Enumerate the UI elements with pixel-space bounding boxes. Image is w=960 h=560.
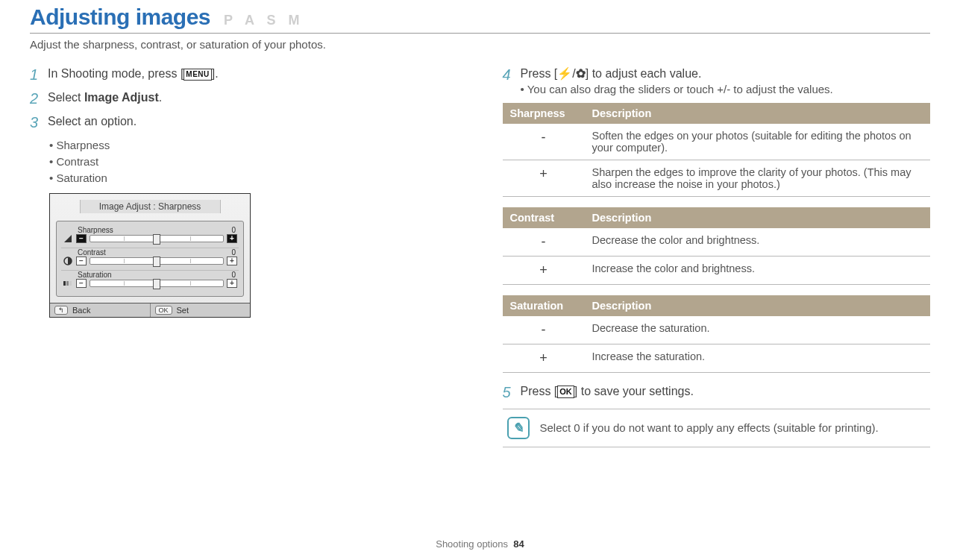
timer-icon: ✿ — [576, 67, 586, 80]
option-list: Sharpness Contrast Saturation — [49, 137, 458, 186]
svg-rect-4 — [69, 281, 72, 286]
camera-screen-preview: Image Adjust : Sharpness Sharpness 0 − + — [49, 193, 251, 318]
step-text: Select an option. — [48, 113, 137, 130]
step4-substep: You can also drag the sliders or touch +… — [521, 82, 833, 97]
ok-icon: OK — [557, 386, 574, 398]
svg-rect-3 — [66, 281, 69, 286]
contrast-icon — [63, 256, 73, 266]
desc-cell: Increase the saturation. — [585, 344, 931, 372]
menu-icon: MENU — [183, 69, 211, 81]
table-row: +Increase the saturation. — [503, 344, 931, 372]
table-row: -Decrease the saturation. — [503, 316, 931, 345]
step2-post: . — [159, 91, 162, 104]
set-button[interactable]: OKSet — [151, 303, 251, 317]
symbol-cell: + — [503, 344, 585, 372]
symbol-cell: - — [503, 228, 585, 257]
note-box: ✎ Select 0 if you do not want to apply a… — [503, 409, 931, 447]
svg-rect-2 — [63, 281, 66, 286]
slider-track[interactable] — [90, 257, 224, 265]
table-row: -Decrease the color and brightness. — [503, 228, 931, 257]
page-title: Adjusting images — [30, 4, 210, 30]
desc-cell: Decrease the saturation. — [585, 316, 931, 345]
slider-handle[interactable] — [153, 279, 160, 289]
slider-label: Sharpness — [78, 226, 113, 234]
step-text: Press [⚡/✿] to adjust each value. You ca… — [521, 66, 833, 97]
symbol-cell: + — [503, 256, 585, 284]
svg-marker-0 — [64, 235, 72, 242]
step-number: 1 — [30, 66, 40, 84]
footer-section: Shooting options — [436, 538, 508, 550]
minus-button[interactable]: − — [76, 234, 87, 243]
page-number: 84 — [513, 538, 524, 550]
mode-indicators: P A S M — [224, 13, 304, 28]
step-text: Press [OK] to save your settings. — [521, 383, 694, 400]
slider-value: 0 — [231, 226, 236, 234]
sharpness-table: SharpnessDescription -Soften the edges o… — [503, 103, 931, 197]
title-divider — [30, 33, 930, 34]
desc-cell: Sharpen the edges to improve the clarity… — [585, 160, 931, 196]
back-key-icon: ↰ — [54, 306, 68, 315]
step-number: 4 — [503, 66, 513, 84]
slider-handle[interactable] — [153, 257, 160, 267]
slider-row-sharpness: Sharpness 0 − + — [61, 226, 239, 248]
table-header: Contrast — [503, 207, 585, 228]
symbol-cell: + — [503, 160, 585, 196]
list-item: Saturation — [49, 170, 458, 186]
slider-handle[interactable] — [153, 234, 160, 245]
plus-button[interactable]: + — [227, 234, 237, 243]
saturation-icon — [63, 278, 73, 289]
slider-value: 0 — [231, 271, 236, 279]
table-header: Description — [585, 295, 931, 316]
minus-button[interactable]: − — [76, 279, 87, 288]
sharpness-icon — [63, 233, 73, 244]
slider-group: Sharpness 0 − + Contrast 0 — [56, 221, 244, 297]
slider-track[interactable] — [90, 280, 224, 287]
flash-icon: ⚡ — [557, 67, 572, 80]
step5-post: ] to save your settings. — [574, 385, 694, 397]
minus-button[interactable]: − — [76, 257, 87, 265]
step1-pre: In Shooting mode, press [ — [48, 67, 183, 80]
panel-title: Image Adjust : Sharpness — [80, 200, 221, 213]
step-text: In Shooting mode, press [MENU]. — [48, 66, 219, 82]
step-number: 2 — [30, 89, 40, 107]
slider-row-saturation: Saturation 0 − + — [61, 271, 239, 293]
step-text: Select Image Adjust. — [48, 89, 162, 106]
desc-cell: Soften the edges on your photos (suitabl… — [585, 124, 931, 160]
step-number: 3 — [30, 113, 40, 131]
table-header: Saturation — [503, 295, 585, 316]
plus-button[interactable]: + — [227, 257, 237, 265]
left-column: 1 In Shooting mode, press [MENU]. 2 Sele… — [30, 66, 458, 447]
slider-track[interactable] — [90, 235, 224, 242]
slider-label: Saturation — [78, 271, 112, 279]
list-item: Sharpness — [49, 137, 458, 154]
right-column: 4 Press [⚡/✿] to adjust each value. You … — [503, 66, 931, 447]
slider-label: Contrast — [78, 248, 106, 257]
panel-footer: ↰Back OKSet — [50, 303, 250, 317]
table-header: Description — [585, 207, 931, 228]
symbol-cell: - — [503, 124, 585, 160]
table-header: Description — [585, 103, 931, 124]
back-label: Back — [72, 306, 90, 315]
set-label: Set — [177, 306, 189, 315]
note-text: Select 0 if you do not want to apply any… — [540, 421, 879, 434]
saturation-table: SaturationDescription -Decrease the satu… — [503, 295, 931, 373]
table-row: +Increase the color and brightness. — [503, 256, 931, 284]
symbol-cell: - — [503, 316, 585, 345]
ok-key-icon: OK — [155, 306, 172, 315]
list-item: Contrast — [49, 154, 458, 170]
table-row: -Soften the edges on your photos (suitab… — [503, 124, 931, 160]
note-icon: ✎ — [507, 417, 530, 439]
contrast-table: ContrastDescription -Decrease the color … — [503, 207, 931, 285]
page-footer: Shooting options 84 — [0, 538, 960, 550]
slider-value: 0 — [231, 248, 236, 257]
step2-bold: Image Adjust — [84, 91, 159, 104]
step-number: 5 — [503, 383, 513, 401]
page-subtitle: Adjust the sharpness, contrast, or satur… — [30, 38, 930, 51]
slider-row-contrast: Contrast 0 − + — [61, 248, 239, 271]
plus-button[interactable]: + — [227, 279, 237, 288]
back-button[interactable]: ↰Back — [50, 303, 151, 317]
step2-pre: Select — [48, 91, 84, 104]
step4-post: ] to adjust each value. — [586, 67, 702, 80]
desc-cell: Increase the color and brightness. — [585, 256, 931, 284]
table-header: Sharpness — [503, 103, 585, 124]
